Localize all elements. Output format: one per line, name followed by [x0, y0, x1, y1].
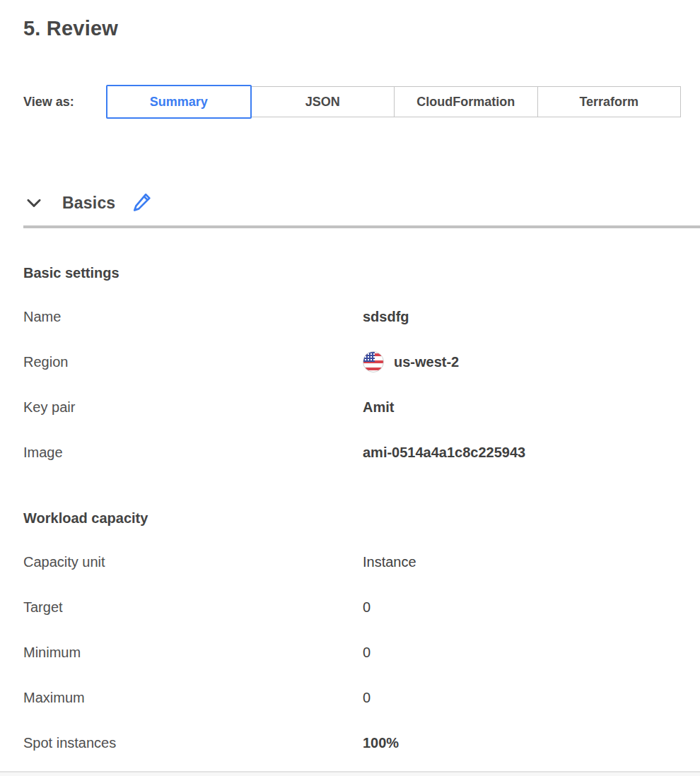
row-image: Image ami-0514a4a1c8c225943 [23, 430, 700, 475]
row-value: 0 [363, 645, 371, 661]
row-key-pair: Key pair Amit [23, 384, 700, 430]
row-value: sdsdfg [363, 309, 409, 325]
row-name: Name sdsdfg [23, 294, 700, 339]
row-value: Amit [363, 399, 394, 416]
view-as-row: View as: Summary JSON CloudFormation Ter… [23, 85, 681, 119]
collapse-section-button[interactable] [23, 192, 45, 213]
basic-settings-heading: Basic settings [23, 265, 700, 281]
row-label: Minimum [23, 645, 363, 661]
review-page: 5. Review View as: Summary JSON CloudFor… [0, 17, 700, 776]
basics-section-title: Basics [62, 194, 115, 213]
tab-terraform[interactable]: Terraform [537, 86, 682, 117]
row-value: us-west-2 [363, 351, 459, 372]
row-label: Capacity unit [23, 554, 363, 570]
tab-json[interactable]: JSON [251, 86, 395, 117]
row-label: Region [23, 354, 363, 370]
view-as-label: View as: [23, 95, 106, 110]
us-flag-icon [363, 351, 384, 372]
next-section-edge [0, 772, 700, 776]
basics-section-header: Basics [23, 192, 700, 214]
row-value: Instance [363, 554, 416, 570]
page-title: 5. Review [23, 17, 700, 40]
view-as-tab-group: Summary JSON CloudFormation Terraform [106, 85, 681, 119]
row-value: ami-0514a4a1c8c225943 [363, 445, 525, 461]
row-label: Image [23, 445, 363, 461]
row-target: Target 0 [23, 584, 700, 630]
row-value: 0 [363, 690, 371, 706]
basics-section-divider [23, 225, 700, 228]
row-label: Key pair [23, 399, 363, 416]
workload-capacity-heading: Workload capacity [23, 510, 700, 527]
row-label: Spot instances [23, 735, 363, 751]
chevron-down-icon [23, 192, 45, 213]
row-capacity-unit: Capacity unit Instance [23, 539, 700, 584]
row-spot-instances: Spot instances 100% [23, 720, 700, 765]
row-label: Target [23, 599, 363, 616]
row-value: 0 [363, 599, 371, 616]
row-minimum: Minimum 0 [23, 630, 700, 675]
tab-cloudformation[interactable]: CloudFormation [394, 86, 538, 117]
row-label: Maximum [23, 690, 363, 706]
basic-settings-rows: Name sdsdfg Region us-west-2 Key pair Am… [23, 294, 700, 475]
workload-capacity-rows: Capacity unit Instance Target 0 Minimum … [23, 539, 700, 765]
row-value: 100% [363, 735, 399, 751]
pencil-icon [132, 192, 153, 214]
edit-basics-button[interactable] [131, 192, 153, 214]
tab-summary[interactable]: Summary [106, 85, 252, 119]
row-region: Region us-west-2 [23, 339, 700, 384]
row-label: Name [23, 309, 363, 325]
region-value: us-west-2 [394, 354, 459, 370]
row-maximum: Maximum 0 [23, 675, 700, 720]
